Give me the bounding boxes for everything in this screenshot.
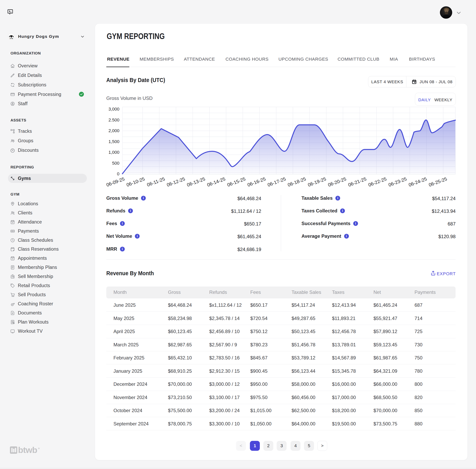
svg-text:06-09-25: 06-09-25 <box>105 176 125 188</box>
svg-text:0: 0 <box>117 171 119 176</box>
svg-text:06-10-25: 06-10-25 <box>126 176 146 188</box>
svg-text:06-25-25: 06-25-25 <box>428 176 448 188</box>
svg-text:06-20-25: 06-20-25 <box>327 176 347 188</box>
svg-text:3,000: 3,000 <box>108 107 119 112</box>
svg-text:GYM: GYM <box>10 38 13 39</box>
svg-text:06-24-25: 06-24-25 <box>408 176 428 188</box>
svg-text:06-12-25: 06-12-25 <box>166 176 186 188</box>
svg-text:R: R <box>38 448 39 449</box>
svg-text:500: 500 <box>112 161 119 166</box>
svg-text:06-14-25: 06-14-25 <box>206 176 226 188</box>
svg-text:06-21-25: 06-21-25 <box>347 176 367 188</box>
svg-text:06-18-25: 06-18-25 <box>287 176 307 188</box>
svg-text:1,500: 1,500 <box>108 139 119 144</box>
svg-text:06-11-25: 06-11-25 <box>146 176 166 188</box>
svg-text:06-15-25: 06-15-25 <box>226 176 246 188</box>
svg-text:btwb: btwb <box>18 446 37 454</box>
svg-text:1,000: 1,000 <box>108 150 119 155</box>
svg-text:2,000: 2,000 <box>108 128 119 133</box>
svg-text:06-16-25: 06-16-25 <box>247 176 266 188</box>
svg-text:2.500: 2.500 <box>108 117 119 122</box>
svg-text:06-23-25: 06-23-25 <box>388 176 408 188</box>
svg-text:06-22-25: 06-22-25 <box>368 176 387 188</box>
svg-text:06-17-25: 06-17-25 <box>267 176 287 188</box>
svg-text:06-13-25: 06-13-25 <box>186 176 206 188</box>
svg-text:06-19-25: 06-19-25 <box>307 176 327 188</box>
